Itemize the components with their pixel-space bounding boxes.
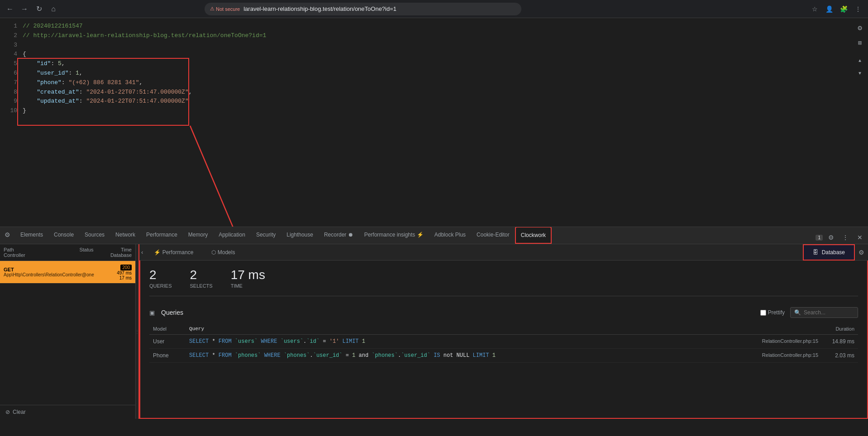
tab-recorder[interactable]: Recorder ⏺ [319,227,359,244]
tab-application[interactable]: Application [213,227,251,244]
code-line-7: 7 "phone": "(+62) 886 8281 341", [0,78,868,88]
queries-collapse-icon[interactable]: ▣ [149,309,155,316]
request-status: 200 [120,265,132,270]
svg-line-0 [190,126,242,227]
prettify-checkbox[interactable] [760,310,766,316]
queries-section: ▣ Queries Prettify 🔍 [149,307,858,363]
queries-controls: Prettify 🔍 [760,307,858,318]
db-tab-settings[interactable]: ⚙ [855,245,868,260]
stat-queries: 2 QUERIES [149,268,172,289]
clockwork-right-panel: ‹ ⚡ Performance ⬡ Models 🗄 Database ⚙ 2 … [138,244,868,419]
stats-row: 2 QUERIES 2 SELECTS 17 ms TIME [149,268,858,296]
time-value: 17 ms [231,268,265,282]
code-line-5: 5 "id": 5, [0,59,868,69]
clockwork-subtabs: ‹ ⚡ Performance ⬡ Models 🗄 Database ⚙ [139,244,868,261]
col-time-header: TimeDatabase [100,247,132,258]
queries-title: Queries [161,309,183,316]
tab-sources[interactable]: Sources [79,227,110,244]
query-sql-1: SELECT * FROM `users` WHERE `users`.`id`… [186,335,715,349]
expand-icon[interactable]: ▤ [854,36,866,49]
clockwork-content: 2 QUERIES 2 SELECTS 17 ms TIME ▣ [139,261,868,419]
tab-network[interactable]: Network [110,227,141,244]
request-meta: GET App\Http\Controllers\RelationControl… [4,264,132,280]
stat-selects: 2 SELECTS [190,268,213,289]
tab-clockwork[interactable]: Clockwork [515,227,552,244]
main-content: 1 // 20240122161547 2 // http://laravel-… [0,18,868,227]
request-controller: App\Http\Controllers\RelationController@… [4,272,94,277]
refresh-button[interactable]: ↻ [33,3,45,15]
devtools-panel: ⚙ Elements Console Sources Network Perfo… [0,227,868,419]
address-bar[interactable]: ⚠ Not secure laravel-learn-relationship-… [205,3,521,15]
db-icon: 🗄 [813,249,818,256]
queries-header: ▣ Queries Prettify 🔍 [149,307,858,318]
stat-time: 17 ms TIME [231,268,265,289]
request-time: 497 ms 17 ms [117,270,132,280]
devtools-tab-bar: ⚙ Elements Console Sources Network Perfo… [0,227,868,244]
request-item[interactable]: GET App\Http\Controllers\RelationControl… [0,261,135,284]
not-secure-indicator: ⚠ Not secure [210,6,240,12]
table-row: User SELECT * FROM `users` WHERE `users`… [149,335,858,349]
settings-icon[interactable]: ⚙ [854,22,866,34]
code-line-6: 6 "user_id": 1, [0,69,868,78]
tab-devtools-toggle[interactable]: ⚙ [0,227,15,244]
tab-cookie-editor[interactable]: Cookie-Editor [471,227,515,244]
profile-button[interactable]: 👤 [823,3,835,15]
request-path: GET [4,267,94,272]
tab-lighthouse[interactable]: Lighthouse [281,227,319,244]
code-line-8: 8 "created_at": "2024-01-22T07:51:47.000… [0,88,868,97]
nav-buttons: ← → ↻ ⌂ [4,3,60,15]
clear-button[interactable]: ⊘ Clear [0,405,135,419]
time-label: TIME [231,283,265,289]
selects-label: SELECTS [190,283,213,289]
query-duration-1: 14.89 ms [822,335,858,349]
th-duration: Duration [822,323,858,335]
request-list-header: PathController Status TimeDatabase [0,244,135,261]
scroll-down-icon[interactable]: ▼ [854,67,866,80]
forward-button[interactable]: → [18,3,31,15]
devtools-settings-button[interactable]: ⚙ [825,231,837,244]
bookmark-button[interactable]: ☆ [808,3,821,15]
query-duration-2: 2.03 ms [822,349,858,363]
queries-value: 2 [149,268,172,282]
th-source [715,323,822,335]
search-icon: 🔍 [794,309,801,316]
search-input[interactable] [804,309,854,316]
col-status-header: Status [73,247,100,258]
tab-elements[interactable]: Elements [15,227,48,244]
back-button[interactable]: ← [4,3,16,15]
tab-performance-insights[interactable]: Performance insights ⚡ [359,227,429,244]
collapse-button[interactable]: ‹ [139,249,145,256]
cw-tab-database[interactable]: 🗄 Database [803,244,855,261]
home-button[interactable]: ⌂ [47,3,60,15]
tab-performance[interactable]: Performance [141,227,183,244]
selects-value: 2 [190,268,213,282]
tab-console[interactable]: Console [48,227,79,244]
query-table: Model Query Duration User SELECT * FROM … [149,323,858,363]
queries-label: QUERIES [149,283,172,289]
scroll-up-icon[interactable]: ▲ [854,54,866,67]
devtools-tab-actions: 1 ⚙ ⋮ ✕ [816,231,868,244]
th-query: Query [186,323,715,335]
prettify-control[interactable]: Prettify [760,309,785,316]
extension-button[interactable]: 🧩 [837,3,850,15]
code-line-9: 9 "updated_at": "2024-01-22T07:51:47.000… [0,97,868,106]
tab-adblock[interactable]: Adblock Plus [429,227,471,244]
devtools-more-button[interactable]: ⋮ [839,231,852,244]
query-sql-2: SELECT * FROM `phones` WHERE `phones`.`u… [186,349,715,363]
table-row: Phone SELECT * FROM `phones` WHERE `phon… [149,349,858,363]
code-line-10: 10 } [0,106,868,116]
code-line-2: 2 // http://laravel-learn-relationship-b… [0,31,868,41]
cw-tab-performance[interactable]: ⚡ Performance [145,244,202,261]
tab-memory[interactable]: Memory [183,227,213,244]
th-model: Model [149,323,186,335]
col-path-header: PathController [4,247,73,258]
browser-chrome: ← → ↻ ⌂ ⚠ Not secure laravel-learn-relat… [0,0,868,18]
tab-security[interactable]: Security [251,227,281,244]
settings-button[interactable]: ⋮ [852,3,864,15]
cw-tab-models[interactable]: ⬡ Models [202,244,244,261]
devtools-close-button[interactable]: ✕ [854,231,866,244]
badge: 1 [816,235,823,241]
side-icons: ⚙ ▤ ▲ ▼ [852,18,868,83]
code-line-1: 1 // 20240122161547 [0,22,868,31]
search-box[interactable]: 🔍 [790,307,858,318]
